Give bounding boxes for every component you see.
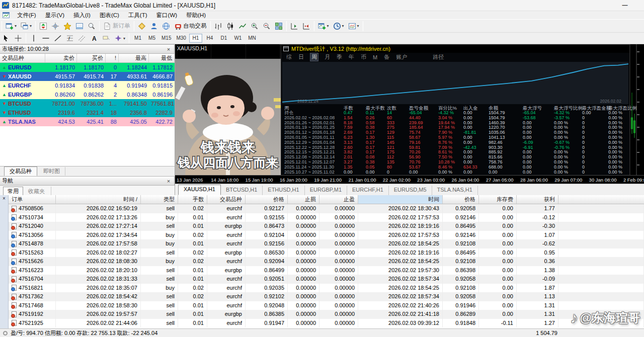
chart-tab-btcusdh1[interactable]: BTCUSD,H1 [221, 186, 263, 195]
market-watch-button[interactable] [38, 21, 49, 32]
mtdriver-stats-window[interactable]: MTDriver统计 , V3.12 (http://mtdriver.cn) … [281, 44, 630, 176]
order-row[interactable]: 475168212026.02.02 18:35:07buy0.02eurchf… [9, 284, 644, 293]
mw-col-2[interactable]: 买价 [77, 54, 106, 62]
market-watch-row[interactable]: ▼XAUUSD4915.574915.74174933.614666.87 [0, 72, 175, 81]
order-row[interactable]: 475162232026.02.02 18:20:10sell0.01eurgb… [9, 266, 644, 275]
mtdriver-menu-M[interactable]: M [373, 54, 377, 60]
trendline-tool-button[interactable] [52, 33, 63, 44]
menu-item-4[interactable]: 工具(T) [124, 11, 152, 20]
timeframe-m1-button[interactable]: M1 [131, 34, 144, 43]
chart-shift-button[interactable] [289, 21, 300, 32]
mtdriver-menu-综[interactable]: 综 [286, 53, 292, 61]
periods-button[interactable]: ▾ [332, 21, 346, 32]
data-window-button[interactable] [50, 21, 61, 32]
chart-tab-xauusdh1[interactable]: XAUUSD,H1 [178, 185, 221, 195]
time-scale[interactable]: 13 Jan 202614 Jan 18:0015 Jan 19:0016 Ja… [175, 175, 644, 184]
mw-col-1[interactable]: 卖价 [45, 54, 77, 62]
market-watch-tab-0[interactable]: 交易品种 [4, 166, 37, 176]
text-tool-button[interactable]: A [89, 33, 100, 44]
mtdriver-menu-年[interactable]: 年 [349, 53, 354, 61]
order-row[interactable]: 475152632026.02.02 18:02:27sell0.02eurgb… [9, 248, 644, 258]
chart-autoscroll-button[interactable] [301, 21, 312, 32]
order-row[interactable]: 475174682026.02.02 18:58:30sell0.01eurch… [9, 301, 644, 310]
mw-col-5[interactable]: 最低 [149, 54, 175, 62]
mtdriver-menu-备[interactable]: 备 [384, 53, 389, 61]
cursor-tool-button[interactable] [1, 33, 12, 44]
chevron-down-icon[interactable]: ▾ [30, 24, 32, 28]
mtdriver-menu-path[interactable]: 路径 [433, 53, 444, 61]
hline-tool-button[interactable] [40, 33, 51, 44]
orders-col-7[interactable]: 止盈 [319, 195, 358, 204]
mtdriver-menu-季[interactable]: 季 [337, 53, 342, 61]
orders-col-4[interactable]: 交易品种 [207, 195, 246, 204]
menu-item-5[interactable]: 窗口(W) [152, 11, 182, 20]
timeframe-m5-button[interactable]: M5 [145, 34, 158, 43]
order-row[interactable]: 475167042026.02.02 18:31:33sell0.01eurch… [9, 275, 644, 284]
chart-tab-eurgbpm1[interactable]: EURGBP,M1 [305, 186, 347, 195]
order-row[interactable]: 475219252026.02.02 21:44:06sell0.01eurch… [9, 319, 644, 328]
market-watch-row[interactable]: ▼ETHUSD2319.62321.4182356.82282.9 [0, 108, 175, 117]
chevron-down-icon[interactable]: ▾ [15, 24, 17, 28]
navigator-tab-favorites[interactable]: 收藏夹 [28, 187, 51, 195]
timeframe-m30-button[interactable]: M30 [174, 34, 188, 43]
navigator-tab-common[interactable]: 常用 [3, 187, 23, 195]
orders-col-6[interactable]: 止损 [288, 195, 319, 204]
orders-col-10[interactable]: 库存费 [479, 195, 517, 204]
timeframe-w1-button[interactable]: W1 [231, 34, 245, 43]
minimize-button[interactable]: — [621, 2, 629, 9]
orders-col-1[interactable]: 时间 / [56, 195, 141, 204]
market-watch-tab-1[interactable]: 即时图 [38, 167, 65, 176]
orders-col-5[interactable]: 价格 [246, 195, 288, 204]
menu-item-3[interactable]: 图表(C) [95, 11, 124, 20]
timeframe-mn-button[interactable]: MN [246, 34, 259, 43]
order-row[interactable]: 475107342026.02.02 17:13:26buy0.01eurchf… [9, 213, 644, 222]
menu-item-6[interactable]: 帮助(H) [182, 11, 210, 20]
chart-tab-eurusdm5[interactable]: EURUSD,M5 [389, 186, 432, 195]
mtdriver-menu-账户[interactable]: 账户 [396, 53, 407, 61]
chevron-down-icon[interactable]: ▾ [342, 24, 344, 28]
order-row[interactable]: 475173622026.02.02 18:54:42sell0.02eurch… [9, 292, 644, 301]
chart-tab-ethusdh1[interactable]: ETHUSD,H1 [263, 186, 304, 195]
order-row[interactable]: 475085062026.02.02 16:50:19sell0.02eurch… [9, 204, 644, 213]
crosshair-tool-button[interactable] [13, 33, 24, 44]
navigator-button[interactable] [62, 21, 73, 32]
order-row[interactable]: 475130562026.02.02 17:34:54buy0.02eurchf… [9, 231, 644, 240]
candles-button[interactable] [225, 21, 236, 32]
order-row[interactable]: 475156262026.02.02 18:08:30buy0.02eurchf… [9, 257, 644, 266]
orders-col-11[interactable]: 获利 [517, 195, 558, 204]
metaeditor-button[interactable] [136, 21, 147, 32]
orders-col-3[interactable]: 手数 [178, 195, 207, 204]
timeframe-m15-button[interactable]: M15 [159, 34, 173, 43]
orders-col-9[interactable]: 价格 [443, 195, 479, 204]
shapes-tool-button[interactable]: ▾ [113, 33, 127, 44]
channel-tool-button[interactable] [76, 33, 88, 44]
zoom-in-button[interactable] [249, 21, 260, 32]
terminal-button[interactable] [74, 21, 85, 32]
menu-item-1[interactable]: 显示(V) [41, 11, 69, 20]
market-watch-row[interactable]: ▲TSLA.NAS424.53425.4188425.05422.72 [0, 117, 175, 126]
label-tool-button[interactable] [101, 33, 112, 44]
timeframe-h1-button[interactable]: H1 [189, 34, 202, 43]
autotrading-button[interactable]: 自动交易 [173, 21, 208, 32]
menu-item-0[interactable]: 文件(F) [13, 11, 41, 20]
profiles-button[interactable]: ▾ [19, 21, 33, 32]
mtdriver-menu-月[interactable]: 月 [325, 53, 330, 61]
web-button[interactable] [160, 21, 172, 32]
mw-col-4[interactable]: 最高 [119, 54, 149, 62]
order-row[interactable]: 475191922026.02.02 19:57:57sell0.01eurgb… [9, 310, 644, 319]
chart-area[interactable]: XAUUSD,H1 [175, 44, 644, 184]
navigator-close-icon[interactable]: × [165, 178, 172, 184]
orders-col-8[interactable]: 时间 [358, 195, 443, 204]
market-watch-row[interactable]: ▲EURCHF0.918340.9183840.919490.91815 [0, 81, 175, 90]
tile-windows-button[interactable] [273, 21, 284, 32]
community-button[interactable] [148, 21, 159, 32]
order-row[interactable]: 475120402026.02.02 17:27:14sell0.01eurgb… [9, 222, 644, 231]
chart-tab-eurchfh1[interactable]: EURCHF,H1 [347, 186, 389, 195]
chevron-down-icon[interactable]: ▾ [327, 24, 329, 28]
mw-col-3[interactable]: ! [106, 54, 119, 62]
chevron-down-icon[interactable]: ▾ [357, 24, 359, 28]
indicators-button[interactable]: ▾ [316, 21, 331, 32]
zoom-out-button[interactable] [261, 21, 272, 32]
terminal-close-icon[interactable]: × [0, 195, 8, 202]
templates-button[interactable]: ▾ [347, 21, 361, 32]
